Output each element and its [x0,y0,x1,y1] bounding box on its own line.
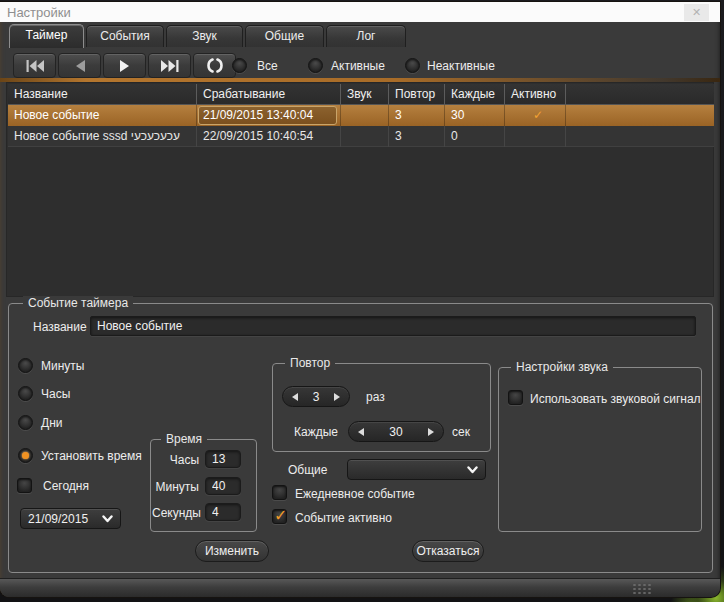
repeat-every-label: Каждые [294,425,338,439]
events-table: Название Срабатывание Звук Повтор Каждые… [6,82,714,297]
radio-set-time[interactable] [18,448,33,463]
cell-name: Новое событие [8,105,197,126]
hours-input[interactable] [205,450,241,468]
general-label: Общие [288,463,327,477]
event-name-input[interactable] [90,316,696,336]
today-label: Сегодня [43,479,89,493]
use-sound-label: Использовать звуковой сигнал [530,392,701,406]
repeat-every-unit: сек [452,425,470,439]
daily-event-checkbox[interactable] [272,485,287,500]
tab-timer[interactable]: Таймер [9,24,84,48]
skip-last-icon [161,60,179,72]
spin-right-icon[interactable] [334,393,340,401]
cell-extra [566,126,714,147]
sound-settings-group-title: Настройки звука [511,360,613,374]
column-header-repeat: Повтор [389,84,445,105]
seconds-input[interactable] [205,503,241,521]
settings-window: Настройки ✕ Таймер События Звук Общие Ло… [0,2,720,597]
repeat-count-value: 3 [313,390,320,404]
cell-active-check-icon [505,126,566,147]
chevron-down-icon [102,515,113,523]
table-row-selected[interactable]: Новое событие 21/09/2015 13:40:04 3 30 ✓ [8,105,714,126]
event-active-checkbox[interactable]: ✓ [272,509,287,524]
prev-record-button[interactable] [58,53,101,78]
general-select[interactable] [347,459,486,480]
next-icon [120,60,130,72]
next-record-button[interactable] [103,53,146,78]
edit-button[interactable]: Изменить [195,540,269,562]
titlebar[interactable]: Настройки [0,2,720,22]
prev-icon [75,60,85,72]
radio-days[interactable] [18,415,33,430]
resize-grip[interactable] [632,583,651,595]
cell-sound [341,105,389,126]
radio-all-label: Все [257,59,278,73]
first-record-button[interactable] [13,53,56,78]
repeat-group-title: Повтор [285,356,335,370]
repeat-every-value: 30 [389,425,402,439]
refresh-button[interactable] [193,53,236,78]
hours-label: Часы [152,453,199,467]
close-button[interactable]: ✕ [684,4,709,21]
date-select[interactable]: 21/09/2015 [20,508,121,529]
chevron-down-icon [467,466,478,474]
event-active-label: Событие активно [295,511,392,525]
radio-active[interactable] [308,58,323,73]
spin-right-icon[interactable] [428,428,434,436]
tab-general[interactable]: Общие [245,25,324,47]
minutes-label: Минуты [152,480,199,494]
timer-event-group-title: Событие таймера [23,296,133,310]
radio-active-label: Активные [331,59,385,73]
cell-extra [566,105,714,126]
column-header-fire: Срабатывание [197,84,341,105]
time-group-title: Время [161,432,207,446]
daily-event-label: Ежедневное событие [295,487,415,501]
radio-hours-label: Часы [41,387,70,401]
check-icon: ✓ [274,506,287,525]
radio-set-time-label: Установить время [41,449,142,463]
cell-active-check-icon: ✓ [505,105,566,126]
cell-name: Новое событие sssd עכעכעכעי [8,126,197,147]
refresh-icon [207,58,223,73]
desktop: { "window": { "title": "Настройки", "clo… [0,0,724,602]
cell-repeat: 3 [389,126,445,147]
cell-fire: 21/09/2015 13:40:04 [197,105,341,126]
radio-days-label: Дни [41,416,62,430]
tab-events[interactable]: События [86,25,164,47]
radio-minutes[interactable] [18,358,33,373]
radio-hours[interactable] [18,386,33,401]
name-label: Название [33,320,87,334]
last-record-button[interactable] [148,53,191,78]
skip-first-icon [26,60,44,72]
cell-fire: 22/09/2015 10:40:54 [197,126,341,147]
radio-inactive-label: Неактивные [427,59,495,73]
column-header-extra [566,84,714,105]
column-header-name: Название [8,84,197,105]
minutes-input[interactable] [205,477,241,495]
today-checkbox[interactable] [17,478,32,493]
radio-minutes-label: Минуты [41,359,84,373]
date-value: 21/09/2015 [28,512,88,526]
table-row[interactable]: Новое событие sssd עכעכעכעי 22/09/2015 1… [8,126,714,147]
cell-every: 0 [445,126,505,147]
cell-every: 30 [445,105,505,126]
cell-repeat: 3 [389,105,445,126]
focused-cell: 21/09/2015 13:40:04 [198,106,337,125]
repeat-every-spinner[interactable]: 30 [348,421,444,442]
tab-log[interactable]: Лог [326,25,406,47]
spin-left-icon[interactable] [292,393,298,401]
window-title: Настройки [7,5,71,20]
repeat-count-spinner[interactable]: 3 [282,386,350,407]
radio-all[interactable] [232,58,247,73]
column-header-active: Активно [505,84,566,105]
radio-inactive[interactable] [405,58,420,73]
status-bar [0,578,720,597]
use-sound-checkbox[interactable] [508,390,523,405]
column-header-every: Каждые [445,84,505,105]
close-icon: ✕ [692,6,701,19]
cancel-button[interactable]: Отказаться [412,540,484,562]
spin-left-icon[interactable] [358,428,364,436]
cell-sound [341,126,389,147]
tab-sound[interactable]: Звук [166,25,243,47]
repeat-count-unit: раз [366,390,385,404]
